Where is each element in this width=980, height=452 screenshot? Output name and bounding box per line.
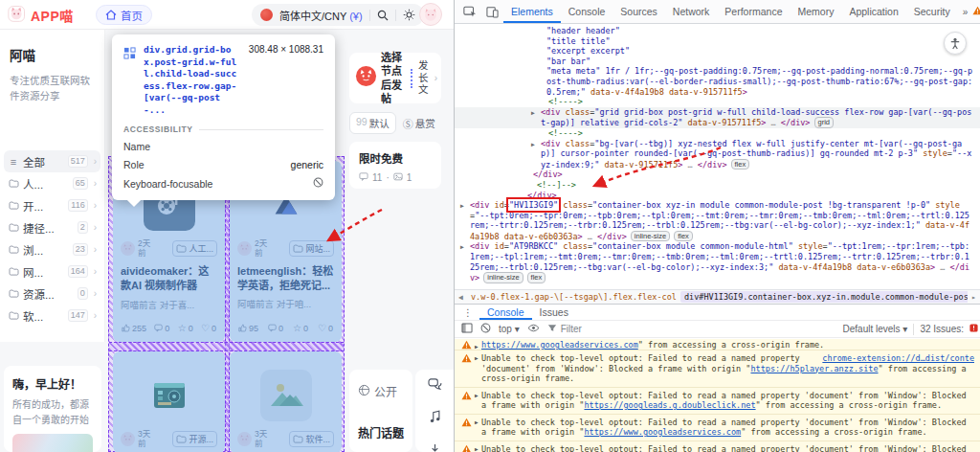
console-tab-console[interactable]: Console [479,305,532,320]
heart-count[interactable]: ♡0 [201,323,216,333]
elements-tree-row[interactable]: </div> [455,170,980,180]
sidebar-category-item[interactable]: 资源...0› [4,282,100,305]
post-category-tag[interactable]: 开源... [172,431,217,447]
post-category-tag[interactable]: 网站... [289,240,334,257]
sidebar-category-item[interactable]: ≡全部517› [4,150,100,172]
like-count[interactable]: 95 [238,323,258,333]
elements-tree-row[interactable]: </div> [455,191,980,201]
console-context-selector[interactable]: top ▾ [499,324,520,334]
console-sidebar-icon[interactable] [461,323,473,335]
elements-tree-row[interactable]: "header header" "title title" "excerpt e… [455,26,980,97]
device-toolbar-icon[interactable] [481,6,503,18]
devtools-error-warning-badges[interactable]: 13 26 [972,6,980,17]
sidebar-category-item[interactable]: 软...147› [4,305,100,327]
tab-console[interactable]: Console [561,0,613,23]
limited-free-card[interactable]: 限时免费 11 · 1 [349,142,441,189]
tab-sources[interactable]: Sources [612,0,665,23]
tab-application[interactable]: Application [841,0,905,23]
console-drawer-header: ⋮ ConsoleIssues [455,305,980,321]
inline-size-badge[interactable]: inline-size [483,272,523,283]
breadcrumb-scroll-right-icon[interactable]: ▸ [968,293,980,302]
console-message-link[interactable]: https://www.googleadservices.com [584,427,741,437]
search-icon[interactable] [377,10,389,21]
source-location-link[interactable]: chrome-extension://d…dist/conte [822,353,974,364]
sort-default-button[interactable]: 99默认 [349,112,396,134]
inspect-element-icon[interactable] [458,6,481,18]
elements-tree-row[interactable]: ▶<div class="grid grid-box post-grid w-f… [455,107,980,128]
console-filter-input[interactable]: Filter [547,324,582,334]
console-message: ▶Unable to check top-level optout: Faile… [455,441,980,452]
comment-count[interactable]: 0 [154,323,169,333]
elements-tree-row[interactable]: ▶<div id="AT9RBKCC" class="container-box… [455,241,980,282]
console-message-link[interactable]: https://h5player.anzz.site [750,364,878,373]
sidebar-category-item[interactable]: 捷径...2› [4,216,100,238]
elements-tree-row[interactable]: ▶<div id="HV1I3GI9" class="container-box… [455,200,980,241]
star-count[interactable]: ☆0 [178,323,193,333]
accessibility-person-icon[interactable] [944,32,967,55]
live-expression-eye-icon[interactable] [527,324,540,334]
music-icon[interactable] [429,410,441,427]
tab-security[interactable]: Security [906,0,958,23]
expand-arrow-icon[interactable]: ▶ [475,444,479,452]
sidebar-category-item[interactable]: 网...164› [4,260,100,282]
nav-home[interactable]: 首页 [96,5,152,25]
expand-arrow-icon[interactable]: ▶ [475,342,479,350]
issues-counter[interactable]: 32 Issues: [920,324,964,334]
expand-arrow-icon[interactable]: ▶ [460,242,464,253]
breadcrumb-item[interactable]: v.w-0.flex-1.gap-\[--tsgap\].flex.flex-c… [467,291,680,303]
like-count[interactable]: 255 [122,323,146,333]
sidebar-category-item[interactable]: 浏...23› [4,238,100,260]
expand-arrow-icon[interactable]: ▶ [475,353,479,364]
tab-elements[interactable]: Elements [503,0,561,23]
post-card[interactable]: 3天前开源... [113,351,225,452]
console-levels-selector[interactable]: Default levels ▾ [843,324,908,334]
theme-sun-icon[interactable] [403,9,415,21]
elements-tree-row[interactable]: ▶<div class="bg-[var(--tbg)] xyz-nested … [455,139,980,170]
code-token: style [935,200,960,210]
flex-badge[interactable]: flex [527,272,546,283]
expand-arrow-icon[interactable]: ▶ [460,201,464,212]
kebab-menu-icon[interactable]: ⋮ [458,307,478,318]
download-icon[interactable] [429,442,441,452]
console-tab-issues[interactable]: Issues [532,305,576,320]
post-card[interactable]: 3天前软件... [230,351,342,452]
clear-console-icon[interactable] [480,323,491,335]
category-label: 浏... [23,242,43,258]
star-count[interactable]: ☆0 [293,323,308,333]
expand-arrow-icon[interactable]: ▶ [531,140,535,150]
heart-count[interactable]: ♡0 [318,323,333,333]
tab-network[interactable]: Network [665,0,718,23]
expand-arrow-icon[interactable]: ▶ [531,108,535,119]
code-token: "container-box xyz-in module common-modu… [592,200,930,210]
chat-icon[interactable] [428,377,442,395]
sidebar-category-item[interactable]: 开...116› [4,194,100,216]
expand-arrow-icon[interactable]: ▶ [475,391,479,401]
console-message-link[interactable]: https://www.googleadservices.com [481,340,638,350]
site-logo[interactable]: APP喵 [8,4,74,27]
flex-badge[interactable]: flex [731,159,750,170]
more-tabs-button[interactable]: » [958,7,973,17]
user-avatar[interactable] [419,3,442,26]
public-toggle[interactable]: 公开 [358,383,404,399]
language-selector[interactable]: 简体中文/CNY (¥) [279,8,363,23]
elements-tree-row[interactable]: <!----> [455,128,980,139]
folder-icon [8,245,19,254]
long-post-button[interactable]: 发长文 [416,60,431,97]
compose-post-button[interactable]: 选择节点后发帖 [381,51,407,105]
post-category-tag[interactable]: 软件... [289,431,334,447]
grid-badge[interactable]: grid [814,117,835,128]
tab-memory[interactable]: Memory [790,0,841,23]
elements-tree-row[interactable]: <!--]--> [455,180,980,191]
post-category-tag[interactable]: 人工... [172,240,217,257]
tab-performance[interactable]: Performance [717,0,790,23]
elements-tree-row[interactable]: <!----> [455,97,980,107]
console-message-link[interactable]: https://googleads.g.doubleclick.net [584,400,755,410]
comment-count[interactable]: 0 [268,323,283,333]
inline-size-badge[interactable]: inline-size [631,231,670,242]
breadcrumb-scroll-left-icon[interactable]: ◀ [455,293,467,302]
bounty-filter-button[interactable]: Ⓢ悬赏 [403,116,435,131]
breadcrumb-item[interactable]: div#HV1I3GI9.container-box.xyz-in.module… [680,291,968,303]
sidebar-category-item[interactable]: 人...65› [4,172,100,194]
flex-badge[interactable]: flex [674,231,693,242]
expand-arrow-icon[interactable]: ▶ [475,418,479,428]
